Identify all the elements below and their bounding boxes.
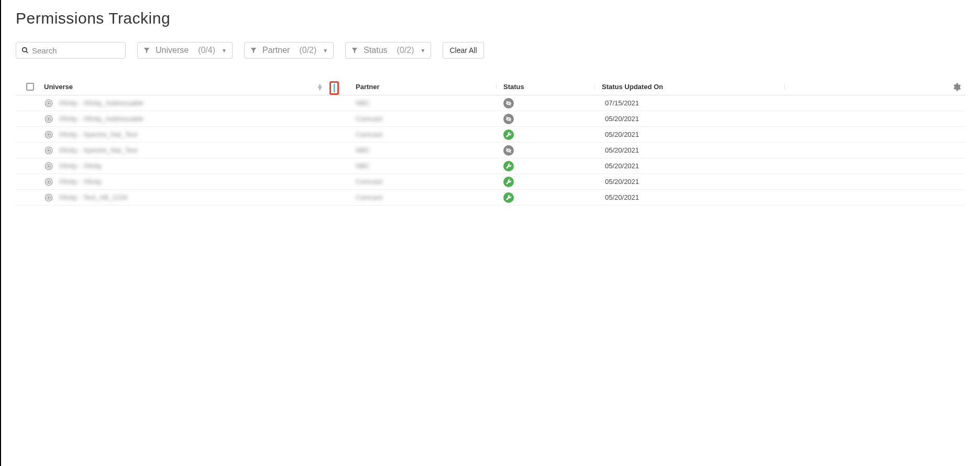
updated-date: 05/20/2021 bbox=[602, 193, 759, 201]
table-row[interactable]: Xfinity - Xpectre_Nat_TestComcast05/20/2… bbox=[16, 127, 965, 143]
table-row[interactable]: Xfinity - XfinityNBC05/20/2021 bbox=[16, 158, 965, 174]
chevron-down-icon: ▼ bbox=[421, 48, 426, 53]
status-icon bbox=[503, 177, 514, 187]
universe-name: Xfinity - Xfinity bbox=[59, 178, 102, 186]
filter-icon bbox=[351, 47, 358, 54]
target-icon bbox=[44, 146, 53, 155]
status-icon bbox=[503, 129, 514, 140]
svg-point-19 bbox=[48, 165, 49, 166]
status-icon bbox=[503, 98, 514, 109]
svg-point-0 bbox=[23, 48, 27, 52]
search-box[interactable] bbox=[16, 42, 126, 59]
permissions-table: Universe ▲▼ Partner Status Status Update… bbox=[16, 79, 965, 205]
status-icon bbox=[503, 145, 514, 156]
table-header: Universe ▲▼ Partner Status Status Update… bbox=[16, 79, 965, 95]
partner-name: NBC bbox=[356, 146, 370, 154]
partner-name: Comcast bbox=[356, 193, 382, 201]
table-row[interactable]: Xfinity - Test_AB_1234Comcast05/20/2021 bbox=[16, 190, 965, 205]
select-all-checkbox[interactable] bbox=[26, 83, 34, 91]
column-header-universe[interactable]: Universe ▲▼ bbox=[44, 83, 340, 91]
universe-name: Xfinity - Xfinity bbox=[59, 162, 102, 170]
svg-point-25 bbox=[48, 197, 49, 198]
universe-name: Xfinity - Xpectre_Nat_Test bbox=[59, 131, 137, 138]
filter-icon bbox=[143, 47, 150, 54]
target-icon bbox=[44, 130, 53, 139]
status-icon bbox=[503, 114, 514, 124]
partner-name: Comcast bbox=[356, 178, 382, 186]
svg-point-22 bbox=[48, 181, 49, 182]
clear-all-button[interactable]: Clear All bbox=[443, 42, 483, 59]
svg-point-12 bbox=[48, 134, 49, 135]
filter-icon bbox=[250, 47, 257, 54]
target-icon bbox=[44, 99, 53, 108]
column-header-partner[interactable]: Partner bbox=[340, 83, 503, 91]
status-icon bbox=[503, 192, 514, 203]
target-icon bbox=[44, 114, 53, 124]
updated-date: 05/20/2021 bbox=[602, 115, 759, 123]
gear-icon[interactable] bbox=[952, 82, 961, 92]
table-row[interactable]: Xfinity - XfinityComcast05/20/2021 bbox=[16, 174, 965, 190]
updated-date: 07/15/2021 bbox=[602, 99, 759, 107]
partner-name: NBC bbox=[356, 162, 370, 170]
filter-label: Universe bbox=[156, 46, 189, 55]
target-icon bbox=[44, 177, 53, 187]
filter-count: (0/4) bbox=[198, 46, 215, 55]
filter-status[interactable]: Status (0/2) ▼ bbox=[345, 42, 431, 59]
updated-date: 05/20/2021 bbox=[602, 178, 759, 186]
toolbar: Universe (0/4) ▼ Partner (0/2) ▼ Status … bbox=[16, 42, 965, 59]
table-row[interactable]: Xfinity - Xfinity_AddressableComcast05/2… bbox=[16, 111, 965, 127]
target-icon bbox=[44, 193, 53, 202]
search-icon bbox=[21, 47, 29, 54]
universe-name: Xfinity - Xfinity_Addressable bbox=[59, 99, 144, 107]
svg-point-15 bbox=[48, 149, 49, 150]
partner-name: NBC bbox=[356, 99, 370, 107]
filter-count: (0/2) bbox=[397, 46, 414, 55]
status-icon bbox=[503, 161, 514, 171]
svg-point-4 bbox=[48, 102, 49, 103]
chevron-down-icon: ▼ bbox=[222, 48, 227, 53]
updated-date: 05/20/2021 bbox=[602, 131, 759, 138]
filter-universe[interactable]: Universe (0/4) ▼ bbox=[137, 42, 233, 59]
table-row[interactable]: Xfinity - Xpectre_Nat_TestNBC05/20/2021 bbox=[16, 143, 965, 158]
svg-line-1 bbox=[26, 51, 28, 53]
filter-partner[interactable]: Partner (0/2) ▼ bbox=[244, 42, 334, 59]
filter-label: Partner bbox=[262, 46, 290, 55]
column-header-updated[interactable]: Status Updated On bbox=[602, 83, 759, 91]
universe-name: Xfinity - Test_AB_1234 bbox=[59, 193, 127, 201]
updated-date: 05/20/2021 bbox=[602, 162, 759, 170]
universe-name: Xfinity - Xpectre_Nat_Test bbox=[59, 146, 137, 154]
target-icon bbox=[44, 161, 53, 171]
column-label: Universe bbox=[44, 83, 73, 91]
search-input[interactable] bbox=[32, 46, 120, 55]
table-row[interactable]: Xfinity - Xfinity_AddressableNBC07/15/20… bbox=[16, 95, 965, 111]
column-label: Partner bbox=[356, 83, 380, 91]
filter-label: Status bbox=[364, 46, 387, 55]
sort-icon[interactable]: ▲▼ bbox=[316, 84, 323, 90]
svg-point-8 bbox=[48, 118, 49, 119]
universe-name: Xfinity - Xfinity_Addressable bbox=[59, 115, 144, 123]
page-title: Permissions Tracking bbox=[16, 9, 965, 27]
column-header-status[interactable]: Status bbox=[503, 83, 602, 91]
filter-count: (0/2) bbox=[299, 46, 316, 55]
column-label: Status Updated On bbox=[602, 83, 663, 91]
column-resize-handle[interactable] bbox=[329, 81, 339, 95]
partner-name: Comcast bbox=[356, 115, 382, 123]
chevron-down-icon: ▼ bbox=[323, 48, 328, 53]
column-label: Status bbox=[503, 83, 524, 91]
updated-date: 05/20/2021 bbox=[602, 146, 759, 154]
partner-name: Comcast bbox=[356, 131, 382, 138]
